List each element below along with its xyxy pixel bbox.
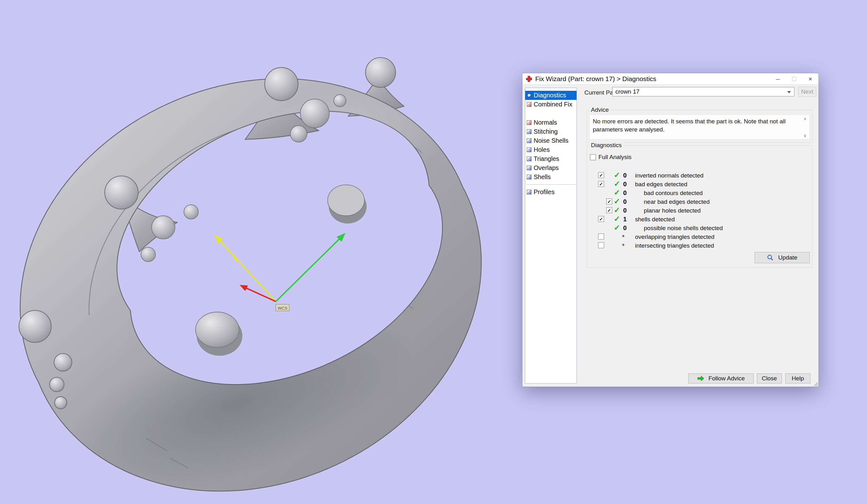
- combined-fix-icon: [527, 102, 532, 107]
- diagnostic-row: ✓ 0 possible noise shells detected: [587, 224, 812, 233]
- sidebar-item-combined-fix[interactable]: Combined Fix: [525, 100, 577, 109]
- chevron-down-icon: [787, 91, 791, 93]
- full-analysis-row: Full Analysis: [590, 154, 632, 161]
- svg-text:WCS: WCS: [278, 306, 287, 311]
- sidebar-item-label: Triangles: [534, 155, 559, 162]
- diagnostic-row: ✓ ✓ 0 bad edges detected: [587, 180, 812, 189]
- diagnostic-count: 0: [623, 224, 627, 232]
- sidebar-item-diagnostics[interactable]: Diagnostics: [525, 91, 577, 100]
- diagnostic-label: near bad edges detected: [644, 199, 709, 205]
- sidebar-item-noise-shells[interactable]: Noise Shells: [525, 136, 577, 145]
- sidebar-item-label: Holes: [534, 146, 550, 153]
- diagnostic-row: ✓ ✓ 1 shells detected: [587, 215, 812, 224]
- diagnostic-row: ✓ ✓ 0 near bad edges detected: [587, 197, 812, 206]
- sidebar-item-normals[interactable]: Normals: [525, 118, 577, 127]
- sidebar-item-label: Normals: [534, 119, 557, 126]
- sidebar-item-label: Noise Shells: [534, 137, 568, 144]
- check-icon: ✓: [614, 188, 620, 197]
- check-icon: ✓: [614, 214, 620, 223]
- close-button[interactable]: Close: [757, 374, 782, 384]
- wizard-page-list: Diagnostics Combined Fix Normals Stitchi…: [525, 88, 577, 384]
- diagnostic-checkbox[interactable]: ✓: [598, 216, 604, 222]
- diagnostic-count: 0: [623, 207, 627, 214]
- diagnostic-label: planar holes detected: [644, 207, 701, 214]
- sidebar-item-stitching[interactable]: Stitching: [525, 127, 577, 136]
- overlaps-icon: [527, 165, 532, 170]
- diagnostic-label: possible noise shells detected: [644, 225, 723, 232]
- profiles-icon: [527, 190, 532, 194]
- diagnostic-label: intersecting triangles detected: [635, 242, 714, 249]
- minimize-button[interactable]: –: [770, 73, 786, 84]
- diagnostic-checkbox[interactable]: [598, 234, 604, 239]
- maximize-button[interactable]: □: [786, 73, 802, 84]
- diagnostic-count: 1: [623, 216, 627, 223]
- check-icon: ✓: [614, 197, 620, 206]
- sidebar-separator: [526, 184, 576, 185]
- diagnostic-checkbox[interactable]: ✓: [598, 181, 604, 187]
- advice-group-title: Advice: [589, 106, 610, 113]
- triangles-icon: [527, 157, 532, 161]
- sidebar-item-label: Combined Fix: [534, 101, 572, 108]
- diagnostic-count: *: [622, 233, 625, 242]
- close-window-button[interactable]: ×: [802, 73, 818, 84]
- advice-text: No more errors are detected. It seems th…: [593, 118, 785, 133]
- current-part-value: crown 17: [616, 88, 640, 95]
- diagnostic-count: 0: [623, 198, 627, 205]
- scroll-down-icon[interactable]: ∨: [802, 132, 809, 139]
- diagnostic-row: ✓ ✓ 0 planar holes detected: [587, 206, 812, 215]
- sidebar-item-profiles[interactable]: Profiles: [525, 187, 577, 196]
- stitching-icon: [527, 129, 532, 134]
- next-button[interactable]: Next: [798, 87, 816, 97]
- sidebar-item-label: Profiles: [534, 189, 555, 196]
- screen: { "colors": { "desktop_background": "#c9…: [0, 0, 867, 504]
- crown-model: [19, 38, 486, 504]
- follow-advice-label: Follow Advice: [708, 375, 745, 382]
- holes-icon: [527, 148, 532, 152]
- dialog-titlebar[interactable]: Fix Wizard (Part: crown 17) > Diagnostic…: [522, 73, 818, 85]
- sidebar-item-label: Shells: [534, 173, 550, 181]
- help-button[interactable]: Help: [785, 374, 810, 384]
- full-analysis-checkbox[interactable]: [590, 154, 596, 160]
- diagnostic-checkbox[interactable]: ✓: [598, 172, 604, 178]
- sidebar-item-holes[interactable]: Holes: [525, 145, 577, 154]
- green-arrow-icon: [697, 376, 705, 381]
- check-icon: ✓: [614, 206, 620, 214]
- diagnostics-list: ✓ ✓ 0 inverted normals detected ✓ ✓ 0 ba…: [587, 171, 812, 250]
- sidebar-item-overlaps[interactable]: Overlaps: [525, 163, 577, 172]
- sidebar-item-triangles[interactable]: Triangles: [525, 154, 577, 163]
- diagnostic-checkbox[interactable]: ✓: [606, 207, 612, 213]
- diagnostics-group: Diagnostics Full Analysis ✓ ✓ 0 inverted…: [587, 145, 813, 268]
- diagnostic-count: 0: [623, 190, 627, 196]
- fix-wizard-dialog: Fix Wizard (Part: crown 17) > Diagnostic…: [522, 73, 819, 387]
- full-analysis-label: Full Analysis: [598, 154, 632, 161]
- sidebar-item-label: Overlaps: [534, 164, 559, 172]
- magnifier-icon: [767, 254, 774, 261]
- check-icon: ✓: [614, 171, 620, 179]
- checkbox-tick-icon: ✓: [607, 208, 611, 213]
- sidebar-item-label: Stitching: [534, 128, 558, 135]
- diagnostic-label: overlapping triangles detected: [635, 234, 715, 240]
- diagnostic-label: inverted normals detected: [635, 172, 704, 179]
- diagnostic-label: bad edges detected: [635, 181, 687, 188]
- check-icon: ✓: [614, 179, 620, 188]
- diagnostic-checkbox[interactable]: ✓: [606, 199, 612, 204]
- wcs-axes: WCS: [214, 233, 345, 311]
- scroll-up-icon[interactable]: ∧: [802, 116, 809, 122]
- diagnostics-icon: [527, 93, 532, 98]
- sidebar-item-shells[interactable]: Shells: [525, 172, 577, 182]
- shells-icon: [527, 175, 532, 179]
- diagnostic-label: shells detected: [635, 216, 675, 223]
- wcs-label: WCS: [276, 304, 289, 311]
- diagnostic-row: * intersecting triangles detected: [587, 242, 812, 250]
- diagnostic-checkbox[interactable]: [598, 242, 604, 248]
- diagnostic-count: *: [622, 242, 625, 250]
- noise-shells-icon: [527, 138, 532, 143]
- current-part-dropdown[interactable]: crown 17: [612, 87, 794, 96]
- advice-group: Advice No more errors are detected. It s…: [587, 110, 813, 143]
- update-button[interactable]: Update: [754, 252, 810, 263]
- axis-y-green: [276, 233, 345, 301]
- diagnostic-count: 0: [623, 172, 627, 179]
- checkbox-tick-icon: ✓: [599, 182, 603, 186]
- resize-grip[interactable]: [813, 381, 818, 386]
- follow-advice-button[interactable]: Follow Advice: [688, 374, 754, 384]
